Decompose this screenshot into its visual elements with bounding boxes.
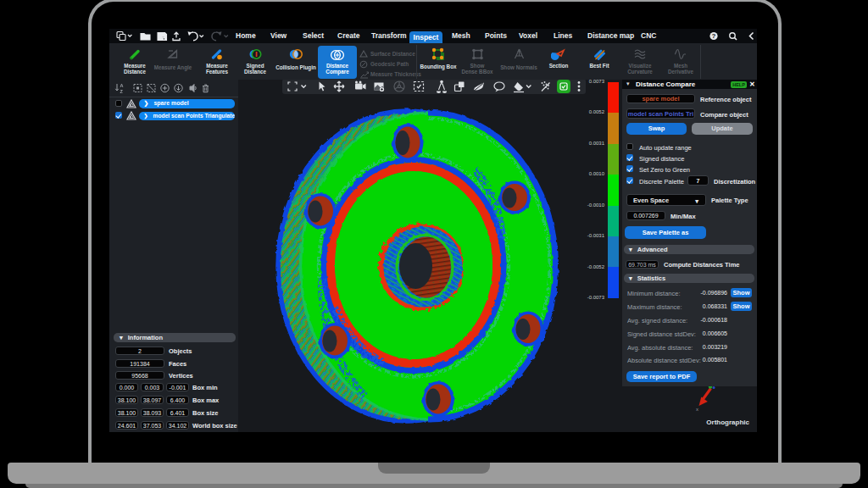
svg-text:A: A: [120, 83, 124, 88]
svg-text:Z: Z: [120, 89, 124, 94]
svg-text:?: ?: [712, 32, 716, 40]
svg-text:x: x: [696, 407, 698, 412]
